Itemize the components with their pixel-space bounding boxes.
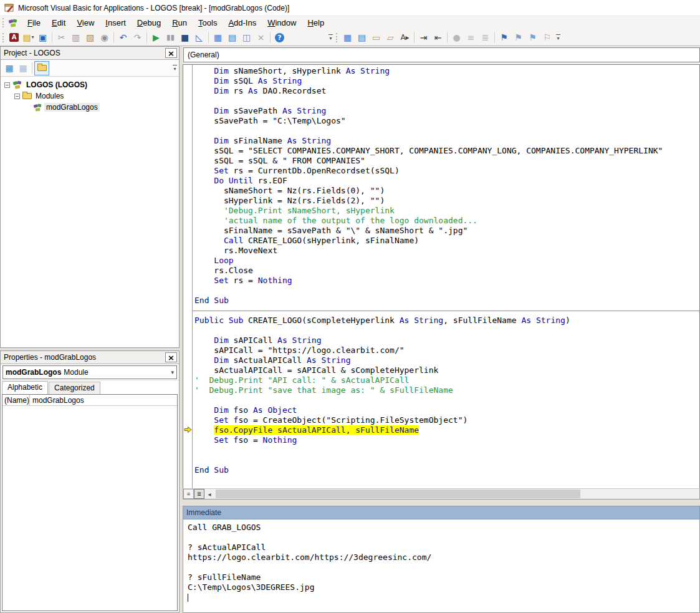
menu-tools[interactable]: Tools — [193, 16, 223, 29]
help-icon[interactable]: ? — [272, 31, 287, 44]
code-line[interactable]: Dim sAPICall As String — [194, 335, 699, 345]
window-splitter[interactable] — [183, 500, 700, 506]
save-icon[interactable]: ▣ — [36, 31, 50, 44]
menu-view[interactable]: View — [71, 16, 100, 29]
toggle-folders-button[interactable] — [34, 61, 49, 75]
property-value[interactable]: modGrabLogos — [30, 395, 177, 405]
code-line[interactable] — [194, 126, 699, 136]
tree-item-module[interactable]: modGrabLogos — [1, 102, 179, 113]
code-line[interactable] — [194, 445, 699, 455]
code-line[interactable]: Dim sSQL As String — [194, 76, 699, 86]
code-line[interactable]: 'actual name of the output of the logo d… — [194, 216, 699, 226]
menu-debug[interactable]: Debug — [132, 16, 166, 29]
code-line[interactable]: Loop — [194, 256, 699, 266]
run-icon[interactable]: ▶ — [149, 31, 163, 44]
code-line[interactable]: Dim fso As Object — [194, 405, 699, 415]
properties-object-dropdown[interactable]: modGrabLogos Module ▾ — [2, 365, 177, 379]
code-line[interactable]: ' Debug.Print "API call: " & sActualAPIC… — [194, 375, 699, 385]
list-constants-icon[interactable]: ▤ — [355, 31, 369, 44]
cut-icon[interactable]: ✂ — [54, 31, 69, 44]
horizontal-scrollbar-track[interactable] — [214, 489, 699, 499]
code-line[interactable]: rs.MoveNext — [194, 246, 699, 256]
code-line[interactable]: Public Sub CREATE_LOGO(sCompleteHyperlin… — [194, 316, 699, 326]
view-microsoft-access-icon[interactable]: A — [7, 31, 21, 44]
tab-categorized[interactable]: Categorized — [49, 382, 100, 394]
code-line[interactable]: Dim sSavePath As String — [194, 106, 699, 116]
code-line[interactable]: sSavePath = "C:\Temp\Logos" — [194, 116, 699, 126]
menu-help[interactable]: Help — [302, 16, 330, 29]
reset-icon[interactable]: ■ — [178, 31, 192, 44]
standard-toolbar-overflow-icon[interactable]: ▾ — [327, 31, 335, 44]
immediate-line[interactable]: https://logo.clearbit.com/https://3degre… — [188, 553, 699, 562]
tree-label-project[interactable]: LOGOS (LOGOS) — [24, 80, 89, 89]
quick-info-icon[interactable]: ▭ — [369, 31, 383, 44]
next-bookmark-icon[interactable]: ⚑ — [511, 31, 525, 44]
immediate-line[interactable]: C:\Temp\Logos\3DEGREES.jpg — [188, 582, 699, 592]
object-browser-icon[interactable]: ◫ — [239, 31, 254, 44]
menubar-grip[interactable] — [2, 18, 4, 27]
collapse-icon[interactable]: − — [4, 82, 10, 88]
code-line[interactable]: sAPICall = "https://logo.clearbit.com/" — [194, 345, 699, 355]
uncomment-block-icon[interactable]: ≣ — [478, 31, 492, 44]
tree-item-modules[interactable]: − Modules — [1, 90, 179, 102]
immediate-line[interactable]: ? sActualAPICall — [188, 543, 699, 553]
tree-label-modules[interactable]: Modules — [34, 92, 65, 100]
code-line[interactable]: Set fso = Nothing — [194, 435, 699, 445]
code-line[interactable]: fso.CopyFile sActualAPICall, sFullFileNa… — [194, 425, 699, 435]
tree-item-project[interactable]: − LOGOS (LOGOS) — [1, 79, 179, 90]
horizontal-scrollbar-thumb[interactable] — [216, 490, 580, 498]
procedure-separator[interactable] — [194, 306, 699, 316]
code-line[interactable] — [194, 326, 699, 335]
code-line[interactable]: Set fso = CreateObject("Scripting.FileSy… — [194, 415, 699, 425]
insert-module-icon[interactable]: ▤▾ — [21, 31, 36, 44]
code-line[interactable]: End Sub — [194, 296, 699, 306]
project-close-button[interactable]: × — [165, 48, 177, 58]
code-line[interactable]: Do Until rs.EOF — [194, 176, 699, 186]
copy-icon[interactable]: ▥ — [69, 31, 83, 44]
immediate-line[interactable]: Call GRAB_LOGOS — [188, 523, 699, 533]
tab-alphabetic[interactable]: Alphabetic — [2, 381, 48, 394]
tools-icon[interactable]: × — [254, 31, 268, 44]
project-explorer-icon[interactable]: ▦ — [211, 31, 225, 44]
code-line[interactable]: Dim sNameShort, sHyperlink As String — [194, 66, 699, 76]
scroll-left-icon[interactable]: ◂ — [204, 489, 214, 499]
property-row-name[interactable]: (Name) modGrabLogos — [2, 395, 177, 406]
outdent-icon[interactable]: ⇤ — [431, 31, 445, 44]
code-line[interactable] — [194, 286, 699, 296]
code-line[interactable]: Dim rs As DAO.Recordset — [194, 86, 699, 96]
edit-toolbar-grip[interactable] — [336, 33, 338, 42]
toggle-bookmark-icon[interactable]: ⚑ — [497, 31, 511, 44]
immediate-window-titlebar[interactable]: Immediate — [183, 506, 700, 519]
toggle-breakpoint-icon[interactable]: ● — [449, 31, 464, 44]
properties-close-button[interactable]: × — [165, 352, 177, 362]
immediate-window[interactable]: Call GRAB_LOGOS ? sActualAPICallhttps://… — [183, 519, 700, 613]
view-object-icon[interactable]: ▦ — [16, 62, 30, 75]
edit-toolbar-overflow-icon[interactable]: ▾ — [554, 31, 562, 44]
code-line[interactable]: 'Debug.Print sNameShort, sHyperlink — [194, 206, 699, 216]
code-line[interactable]: sSQL = "SELECT COMPANIES.COMPANY_SHORT, … — [194, 146, 699, 156]
project-toolbar-overflow-icon[interactable]: ▾ — [171, 61, 179, 75]
undo-icon[interactable]: ↶ — [116, 31, 130, 44]
properties-window-icon[interactable]: ▤ — [225, 31, 239, 44]
menu-addins[interactable]: Add-Ins — [223, 16, 262, 29]
code-line[interactable]: ' Debug.Print "save that image as: " & s… — [194, 385, 699, 395]
full-module-view-button[interactable]: ≣ — [194, 489, 204, 499]
menu-file[interactable]: File — [22, 16, 46, 29]
design-mode-icon[interactable]: ◺ — [192, 31, 206, 44]
code-line[interactable]: Dim sActualAPICall As String — [194, 355, 699, 365]
find-icon[interactable]: ◉ — [97, 31, 112, 44]
tree-label-modgrablogos[interactable]: modGrabLogos — [44, 103, 100, 112]
complete-word-icon[interactable]: A▸ — [398, 31, 412, 44]
code-line[interactable]: sFinalName = sSavePath & "\" & sNameShor… — [194, 226, 699, 236]
comment-block-icon[interactable]: ≡ — [464, 31, 478, 44]
code-line[interactable]: sNameShort = Nz(rs.Fields(0), "") — [194, 186, 699, 196]
menu-edit[interactable]: Edit — [46, 16, 71, 29]
redo-icon[interactable]: ↷ — [130, 31, 145, 44]
code-line[interactable]: sSQL = sSQL & " FROM COMPANIES" — [194, 156, 699, 166]
immediate-line[interactable] — [188, 562, 699, 572]
procedure-view-button[interactable]: ≡ — [183, 489, 194, 499]
code-line[interactable]: Set rs = Nothing — [194, 276, 699, 286]
code-line[interactable]: sActualAPICall = sAPICall & sCompleteHyp… — [194, 365, 699, 375]
break-icon[interactable]: ▮▮ — [163, 31, 178, 44]
mdi-child-module-icon[interactable] — [8, 19, 18, 27]
